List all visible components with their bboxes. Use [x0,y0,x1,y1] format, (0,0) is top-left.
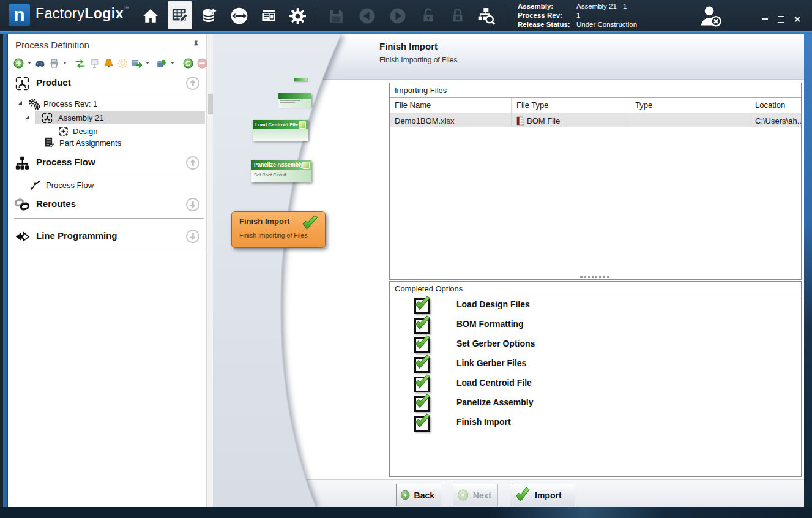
refresh-icon[interactable] [182,58,193,69]
maximize-button[interactable] [776,15,786,23]
collapse-up-icon[interactable] [185,156,200,173]
collapse-down-icon[interactable] [185,197,200,214]
group-label: Completed Options [390,282,801,296]
column-header-file-name[interactable]: File Name [390,98,512,113]
import-button[interactable]: Import [510,484,575,506]
gears-icon [28,97,41,113]
completed-options-group: Completed Options Load Design Files BOM … [389,281,802,477]
column-header-location[interactable]: Location [750,98,801,113]
tree-item-part-assignments[interactable]: Part Assignments [8,137,206,149]
home-icon[interactable] [141,6,160,26]
import-check-icon [514,487,531,504]
column-header-file-type[interactable]: File Type [512,98,630,113]
collapse-down-icon[interactable] [185,229,200,246]
panel-toolbar [13,56,222,70]
sidebar-section-line-programming[interactable]: Line Programming [8,228,206,246]
app-window: n FactoryLogix™ [0,0,812,518]
print-icon[interactable] [48,58,59,69]
checked-checkbox-icon [414,357,430,373]
data-management-icon[interactable] [199,6,219,26]
app-logo-icon: n [9,4,30,26]
flow-node-mini-1[interactable] [294,78,307,81]
flow-node-finish-import[interactable]: Finish Import Finish Importing of Files [231,211,326,248]
table-row[interactable]: Demo1BOM.xlsx BOM File C:\Users\ah... [390,113,801,127]
line-programming-icon [14,228,31,247]
bom-file-icon [516,116,524,126]
brand-text: FactoryLogix™ [35,6,129,22]
divider [14,94,204,94]
divider [14,176,204,176]
tree-item-design[interactable]: Design [8,126,206,138]
presentation-icon[interactable] [89,58,100,69]
tree-item-process-flow[interactable]: Process Flow [8,179,206,192]
lock-close-icon[interactable] [448,6,467,26]
wizard-title: Finish Import [379,41,438,51]
back-button[interactable]: Back [396,484,441,506]
pin-icon[interactable] [192,40,200,51]
flow-node-mini-2[interactable] [278,93,311,107]
sidebar-section-reroutes[interactable]: Reroutes [8,196,206,214]
process-rev-value: 1 [576,11,637,20]
expander-icon[interactable] [18,101,22,105]
group-label: Importing Files [390,83,801,98]
logo-letter: n [13,4,24,24]
checked-checkbox-icon [414,377,430,392]
undo-icon[interactable] [357,6,377,26]
tree-item-assembly[interactable]: Assembly 21 [8,112,206,124]
next-button[interactable]: Next [453,484,498,506]
import-icon[interactable] [156,58,167,69]
flow-node-load-centroid-file[interactable]: Load Centroid File [253,120,308,141]
scrollbar-thumb[interactable] [208,94,213,114]
unlock-icon[interactable] [419,6,438,26]
window-border-right [804,34,812,507]
flow-node-panelize-assembly[interactable]: Panelize Assembly Set Root Circuit [251,160,311,182]
reports-icon[interactable] [259,6,278,26]
titlebar: n FactoryLogix™ [0,0,812,31]
export-dropdown-caret[interactable] [146,62,149,64]
bell-icon[interactable] [103,58,114,69]
column-header-type[interactable]: Type [630,98,750,113]
sync-icon[interactable] [75,58,86,69]
window-border-left [0,34,8,507]
add-icon[interactable] [13,58,24,69]
minimize-button[interactable] [760,15,770,23]
find-process-icon[interactable] [476,6,496,26]
assembly-label: Assembly: [518,2,574,11]
remove-disabled-icon[interactable] [196,58,207,69]
panel-title: Process Definition [15,40,89,50]
cell-file-type: BOM File [512,113,630,127]
find-icon[interactable] [34,58,45,69]
user-logout-icon[interactable] [696,4,726,28]
save-icon[interactable] [326,6,346,26]
gear-disabled-icon[interactable] [117,58,128,69]
redo-icon[interactable] [388,6,408,26]
expander-icon[interactable] [25,115,29,119]
section-label: Line Programming [36,230,117,241]
process-definition-tab-icon[interactable] [168,1,192,29]
checked-checkbox-icon [414,298,430,314]
sidebar-section-process-flow[interactable]: Process Flow [8,154,206,173]
tree-item-process-rev[interactable]: Process Rev: 1 [8,98,206,110]
toolbar-separator [507,6,507,24]
release-status-value: Under Construction [576,20,637,29]
export-icon[interactable] [131,58,142,69]
product-icon [14,75,31,94]
checked-checkbox-icon [414,337,430,353]
process-rev-label: Process Rev: [518,11,574,20]
import-dropdown-caret[interactable] [171,62,174,64]
print-dropdown-caret[interactable] [63,62,67,64]
sidebar-section-product[interactable]: Product [8,75,206,93]
next-arrow-icon [457,487,469,503]
transfer-icon[interactable] [229,6,249,26]
assembly-icon [41,112,53,126]
checked-checkbox-icon [414,396,430,412]
group-splitter-handle[interactable] [580,276,609,280]
process-flow-icon [14,155,31,174]
add-dropdown-caret[interactable] [28,62,31,64]
import-wizard-area: Finish Import Finish Importing of Files … [213,34,804,507]
collapse-up-icon[interactable] [185,76,200,93]
settings-gear-icon[interactable] [288,6,307,26]
flow-path-icon [29,178,42,193]
section-label: Product [36,77,71,88]
close-button[interactable] [792,15,802,23]
